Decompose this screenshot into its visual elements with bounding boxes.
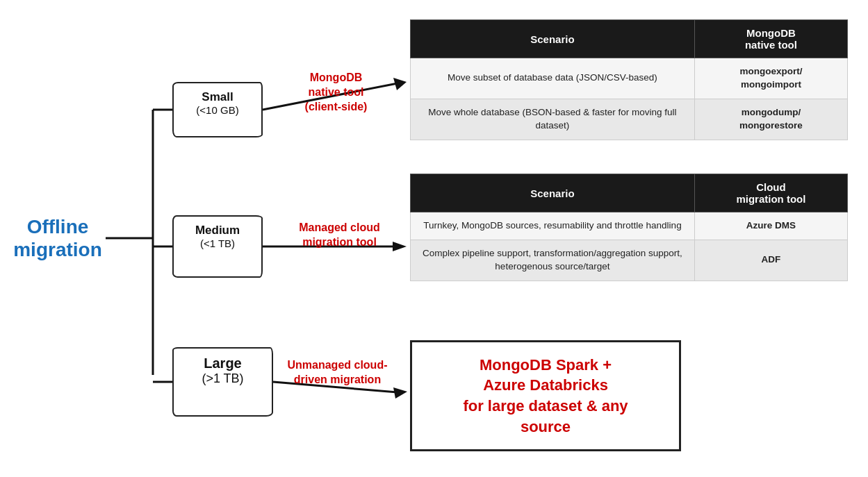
svg-marker-13 bbox=[393, 387, 407, 399]
managed-row2-tool: ADF bbox=[694, 240, 847, 281]
managed-row1-scenario: Turnkey, MongoDB sources, resumability a… bbox=[411, 212, 695, 240]
managed-row2-scenario: Complex pipeline support, transformation… bbox=[411, 240, 695, 281]
large-result-text: MongoDB Spark + Azure Databricks for lar… bbox=[456, 348, 634, 444]
large-size-box: Large (>1 TB) bbox=[172, 347, 273, 417]
small-size-box: Small (<10 GB) bbox=[172, 82, 263, 137]
native-row1-tool: mongoexport/ mongoimport bbox=[694, 58, 847, 99]
managed-table-header-tool: Cloud migration tool bbox=[694, 174, 847, 212]
managed-table-header-scenario: Scenario bbox=[411, 174, 695, 212]
small-subtitle: (<10 GB) bbox=[183, 104, 252, 116]
table-row: Complex pipeline support, transformation… bbox=[411, 240, 848, 281]
table-row: Move whole database (BSON-based & faster… bbox=[411, 99, 848, 140]
medium-title: Medium bbox=[183, 224, 252, 237]
native-table-header-scenario: Scenario bbox=[411, 20, 695, 58]
large-subtitle: (>1 TB) bbox=[183, 371, 262, 386]
native-row2-scenario: Move whole database (BSON-based & faster… bbox=[411, 99, 695, 140]
native-row2-tool: mongodump/ mongorestore bbox=[694, 99, 847, 140]
managed-row1-tool: Azure DMS bbox=[694, 212, 847, 240]
main-container: Offline migration Small (<10 GB) Med bbox=[0, 0, 868, 477]
medium-subtitle: (<1 TB) bbox=[183, 237, 252, 249]
offline-migration-label: Offline migration bbox=[13, 215, 103, 262]
large-title: Large bbox=[183, 355, 262, 371]
table-row: Turnkey, MongoDB sources, resumability a… bbox=[411, 212, 848, 240]
managed-tool-label: Managed cloud migration tool bbox=[282, 221, 397, 250]
native-row1-scenario: Move subset of database data (JSON/CSV-b… bbox=[411, 58, 695, 99]
native-tool-table: Scenario MongoDB native tool Move subset… bbox=[410, 19, 848, 140]
large-result-box: MongoDB Spark + Azure Databricks for lar… bbox=[410, 340, 681, 451]
managed-tool-table: Scenario Cloud migration tool Turnkey, M… bbox=[410, 174, 848, 281]
svg-marker-9 bbox=[393, 78, 407, 90]
native-table-header-tool: MongoDB native tool bbox=[694, 20, 847, 58]
medium-size-box: Medium (<1 TB) bbox=[172, 215, 263, 278]
native-tool-label: MongoDB native tool (client-side) bbox=[282, 71, 390, 114]
table-row: Move subset of database data (JSON/CSV-b… bbox=[411, 58, 848, 99]
small-title: Small bbox=[183, 90, 252, 104]
unmanaged-tool-label: Unmanaged cloud- driven migration bbox=[284, 358, 391, 387]
